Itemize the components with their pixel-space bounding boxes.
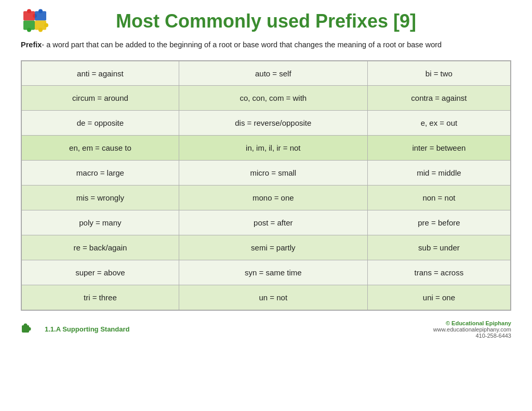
- svg-point-8: [44, 23, 48, 28]
- table-cell: inter = between: [367, 136, 511, 161]
- svg-point-1: [27, 9, 31, 14]
- footer-logo-icon: [21, 320, 39, 339]
- table-cell: mis = wrongly: [21, 185, 179, 210]
- logo-icon: [21, 7, 62, 36]
- table-cell: auto = self: [179, 61, 367, 86]
- website: www.educationalepiphany.com: [433, 326, 511, 333]
- svg-point-6: [27, 28, 31, 32]
- prefix-table: anti = againstauto = selfbi = twocircum …: [21, 60, 511, 311]
- svg-point-4: [38, 9, 43, 14]
- table-row: macro = largemicro = smallmid = middle: [21, 161, 511, 185]
- table-cell: re = back/again: [21, 235, 179, 260]
- table-cell: syn = same time: [179, 260, 367, 285]
- svg-point-11: [24, 323, 28, 327]
- table-cell: non = not: [367, 185, 511, 210]
- table-cell: mid = middle: [367, 161, 511, 185]
- standard-label: 1.1.A Supporting Standard: [45, 325, 129, 333]
- table-cell: pre = before: [367, 210, 511, 235]
- table-cell: e, ex = out: [367, 111, 511, 136]
- table-cell: poly = many: [21, 210, 179, 235]
- table-cell: super = above: [21, 260, 179, 285]
- table-cell: sub = under: [367, 235, 511, 260]
- table-cell: bi = two: [367, 61, 511, 86]
- table-row: tri = threeun = notuni = one: [21, 285, 511, 310]
- table-cell: semi = partly: [179, 235, 367, 260]
- phone: 410-258-6443: [433, 333, 511, 339]
- table-row: super = abovesyn = same timetrans = acro…: [21, 260, 511, 285]
- svg-point-12: [28, 327, 31, 330]
- table-cell: anti = against: [21, 61, 179, 86]
- definition-text: Prefix- a word part that can be added to…: [21, 39, 511, 51]
- table-cell: contra = against: [367, 86, 511, 111]
- table-cell: post = after: [179, 210, 367, 235]
- table-cell: micro = small: [179, 161, 367, 185]
- table-row: poly = manypost = afterpre = before: [21, 210, 511, 235]
- page-header: Most Commonly used Prefixes [9]: [21, 10, 511, 32]
- table-cell: macro = large: [21, 161, 179, 185]
- copyright: © Educational Epiphany: [433, 320, 511, 326]
- table-cell: de = opposite: [21, 111, 179, 136]
- table-row: mis = wronglymono = onenon = not: [21, 185, 511, 210]
- page-footer: 1.1.A Supporting Standard © Educational …: [21, 320, 511, 339]
- table-cell: in, im, il, ir = not: [179, 136, 367, 161]
- table-cell: co, con, com = with: [179, 86, 367, 111]
- table-cell: dis = reverse/opposite: [179, 111, 367, 136]
- table-cell: mono = one: [179, 185, 367, 210]
- svg-point-9: [38, 28, 43, 32]
- table-row: re = back/againsemi = partlysub = under: [21, 235, 511, 260]
- table-cell: en, em = cause to: [21, 136, 179, 161]
- footer-left: 1.1.A Supporting Standard: [21, 320, 129, 339]
- table-cell: uni = one: [367, 285, 511, 310]
- table-cell: tri = three: [21, 285, 179, 310]
- table-row: de = oppositedis = reverse/oppositee, ex…: [21, 111, 511, 136]
- footer-right: © Educational Epiphany www.educationalep…: [433, 320, 511, 339]
- table-row: anti = againstauto = selfbi = two: [21, 61, 511, 86]
- page-title: Most Commonly used Prefixes [9]: [116, 10, 416, 32]
- table-row: en, em = cause toin, im, il, ir = notint…: [21, 136, 511, 161]
- table-row: circum = aroundco, con, com = withcontra…: [21, 86, 511, 111]
- table-cell: circum = around: [21, 86, 179, 111]
- table-cell: un = not: [179, 285, 367, 310]
- table-cell: trans = across: [367, 260, 511, 285]
